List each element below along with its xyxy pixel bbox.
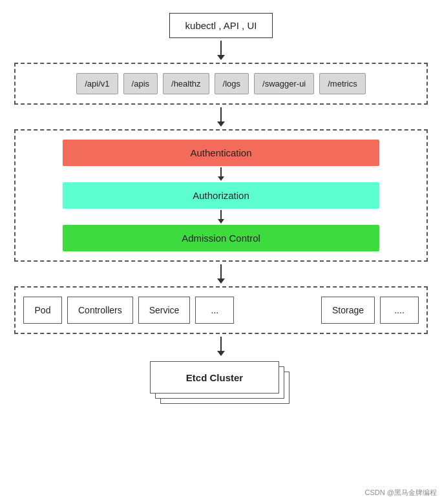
arrow-head xyxy=(217,121,225,127)
arrow-1 xyxy=(217,41,225,60)
arrow-line xyxy=(220,264,222,278)
arrow-4 xyxy=(217,337,225,356)
arrow-2 xyxy=(217,107,225,127)
endpoint-swagger-ui: /swagger-ui xyxy=(254,73,314,94)
etcd-wrapper: Etcd Cluster xyxy=(150,361,292,406)
arrow-line xyxy=(220,41,222,55)
top-box: kubectl , API , UI xyxy=(169,13,273,38)
endpoint-api-v1: /api/v1 xyxy=(76,73,118,94)
arrow-head xyxy=(217,55,225,60)
etcd-box-front: Etcd Cluster xyxy=(150,361,279,394)
watermark: CSDN @黑马金牌编程 xyxy=(365,488,437,498)
small-arrow-2 xyxy=(218,210,224,224)
resource-group-2: Storage .... xyxy=(321,297,419,324)
admission-box: Admission Control xyxy=(63,225,379,251)
authentication-box: Authentication xyxy=(63,140,379,166)
endpoints-box: /api/v1 /apis /healthz /logs /swagger-ui… xyxy=(14,63,428,105)
arrow-3 xyxy=(217,264,225,284)
resource-pod: Pod xyxy=(23,297,62,324)
resource-service: Service xyxy=(138,297,191,324)
endpoint-healthz: /healthz xyxy=(163,73,209,94)
small-arrow-1 xyxy=(218,167,224,181)
security-inner: Authentication Authorization Admission C… xyxy=(63,140,379,251)
endpoint-logs: /logs xyxy=(215,73,249,94)
resource-dots2: .... xyxy=(380,297,419,324)
resource-controllers: Controllers xyxy=(67,297,133,324)
arrow-line xyxy=(220,337,222,351)
endpoints-row: /api/v1 /apis /healthz /logs /swagger-ui… xyxy=(76,73,366,94)
endpoint-apis: /apis xyxy=(123,73,158,94)
top-label: kubectl , API , UI xyxy=(185,20,257,31)
resource-storage: Storage xyxy=(321,297,375,324)
security-box: Authentication Authorization Admission C… xyxy=(14,129,428,262)
arrow-head xyxy=(217,278,225,284)
resources-box: Pod Controllers Service ... Storage ... xyxy=(14,286,428,334)
resource-group-1: Pod Controllers Service ... xyxy=(23,297,234,324)
diagram: kubectl , API , UI /api/v1 /apis /health… xyxy=(14,13,428,406)
authorization-box: Authorization xyxy=(63,182,379,209)
endpoint-metrics: /metrics xyxy=(319,73,366,94)
arrow-line xyxy=(220,107,222,121)
resource-dots1: ... xyxy=(195,297,234,324)
resources-row: Pod Controllers Service ... Storage ... xyxy=(23,297,419,324)
arrow-head xyxy=(217,351,225,356)
